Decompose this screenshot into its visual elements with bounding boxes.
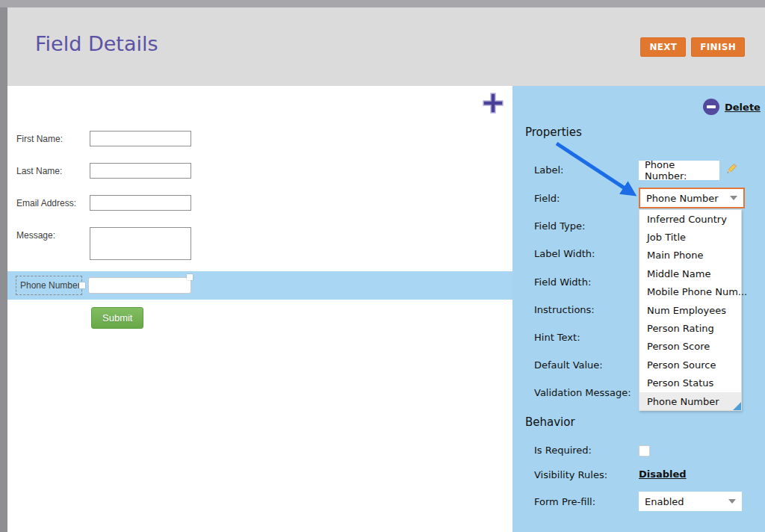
label-resize-handle[interactable] [79, 282, 85, 288]
page-title: Field Details [35, 32, 158, 55]
dropdown-option[interactable]: Person Rating [639, 319, 741, 337]
dropdown-resize-corner-icon[interactable] [733, 402, 741, 410]
label-value-input[interactable]: Phone Number: [639, 161, 719, 180]
form-fields: First Name: Last Name: Email Address: Me… [16, 131, 191, 260]
last-name-input[interactable] [90, 163, 191, 179]
hint-text-label: Hint Text: [534, 332, 580, 343]
edit-pencil-icon[interactable] [724, 162, 738, 179]
dropdown-option[interactable]: Main Phone [639, 247, 741, 265]
dropdown-option[interactable]: Person Status [639, 374, 741, 392]
header-actions: NEXT FINISH [640, 37, 745, 57]
properties-panel: Delete Properties Label: Phone Number: F… [512, 86, 765, 532]
phone-number-label: Phone Number [20, 280, 81, 291]
message-label: Message: [16, 227, 90, 241]
selected-field-label-box[interactable]: Phone Number [16, 276, 82, 295]
finish-button[interactable]: FINISH [691, 37, 745, 57]
add-field-icon[interactable] [480, 90, 506, 116]
default-value-label: Default Value: [534, 359, 603, 371]
visibility-rules-link[interactable]: Disabled [639, 468, 687, 480]
is-required-label: Is Required: [534, 445, 592, 456]
form-preview-panel: First Name: Last Name: Email Address: Me… [7, 86, 512, 532]
email-input[interactable] [90, 195, 191, 211]
dropdown-option-selected[interactable]: Phone Number [639, 392, 741, 410]
delete-field-link[interactable]: Delete [703, 99, 761, 115]
validation-message-label: Validation Message: [534, 387, 631, 398]
dropdown-option[interactable]: Person Score [639, 338, 741, 356]
field-select[interactable]: Phone Number [639, 188, 745, 208]
dropdown-option[interactable]: Job Title [639, 228, 741, 246]
input-resize-handle[interactable] [187, 274, 193, 280]
field-dropdown-list: Inferred Country Job Title Main Phone Mi… [639, 209, 742, 411]
dropdown-option[interactable]: Mobile Phone Num... [639, 283, 741, 301]
last-name-label: Last Name: [16, 163, 90, 176]
delete-link-label[interactable]: Delete [725, 102, 761, 113]
dropdown-option[interactable]: Middle Name [639, 265, 741, 282]
field-select-value: Phone Number [646, 193, 719, 204]
instructions-label: Instructions: [534, 304, 595, 315]
field-width-label: Field Width: [534, 276, 591, 288]
is-required-checkbox[interactable] [639, 445, 650, 457]
dropdown-option[interactable]: Num Employees [639, 301, 741, 319]
form-row-first-name: First Name: [16, 131, 191, 146]
visibility-rules-label: Visibility Rules: [534, 469, 607, 480]
phone-number-input[interactable] [88, 277, 191, 294]
form-prefill-value: Enabled [645, 496, 684, 507]
form-row-email: Email Address: [16, 195, 191, 211]
form-prefill-select[interactable]: Enabled [639, 492, 742, 511]
chevron-down-icon [728, 499, 736, 504]
dropdown-option[interactable]: Inferred Country [639, 210, 741, 228]
first-name-input[interactable] [90, 131, 191, 146]
next-button[interactable]: NEXT [640, 37, 686, 57]
properties-heading: Properties [525, 126, 582, 139]
label-row-label: Label: [534, 164, 563, 176]
annotation-arrow [554, 138, 647, 205]
label-width-label: Label Width: [534, 248, 595, 259]
first-name-label: First Name: [16, 131, 90, 144]
dropdown-option[interactable]: Person Source [639, 356, 741, 374]
selected-field-row[interactable]: Phone Number [7, 271, 512, 300]
field-type-label: Field Type: [534, 220, 585, 232]
window-top-bar [0, 0, 765, 7]
field-row-label: Field: [534, 193, 560, 204]
delete-minus-icon[interactable] [703, 99, 719, 115]
form-row-message: Message: [16, 227, 191, 260]
form-row-last-name: Last Name: [16, 163, 191, 179]
chevron-down-icon [730, 196, 737, 200]
field-details-window: Field Details NEXT FINISH First Name: La… [0, 0, 765, 532]
email-label: Email Address: [16, 195, 90, 208]
submit-button[interactable]: Submit [91, 307, 143, 329]
message-textarea[interactable] [90, 227, 191, 260]
form-prefill-label: Form Pre-fill: [534, 496, 595, 507]
page-header: Field Details NEXT FINISH [7, 7, 765, 86]
behavior-heading: Behavior [525, 415, 575, 429]
window-left-edge [0, 7, 7, 532]
